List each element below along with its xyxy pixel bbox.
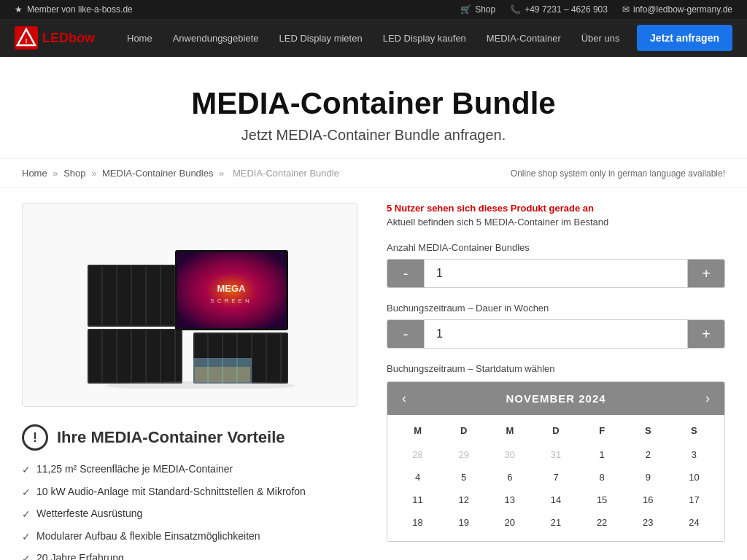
cal-day-3-0[interactable]: 18: [395, 511, 441, 534]
cal-day-2-3[interactable]: 14: [533, 489, 578, 511]
day-name-1: D: [441, 422, 487, 439]
cal-day-2-4[interactable]: 15: [579, 489, 625, 511]
main-content: MEGA SCREEN: [0, 188, 747, 560]
stock-notice: Aktuell befinden sich 5 MEDIA-Container …: [387, 217, 725, 228]
cal-day-3-1[interactable]: 19: [441, 511, 487, 534]
breadcrumb-home[interactable]: Home: [22, 168, 47, 179]
left-column: MEGA SCREEN: [22, 203, 357, 560]
calendar: ‹ NOVEMBER 2024 › M D M D F S S 28293031…: [387, 381, 725, 542]
check-icon-5: ✓: [22, 552, 31, 560]
weeks-input[interactable]: [424, 320, 688, 348]
advantages-header: ! Ihre MEDIA-Container Vorteile: [22, 424, 357, 451]
cal-day-1-0[interactable]: 4: [395, 466, 441, 489]
weeks-plus-button[interactable]: +: [688, 320, 724, 348]
cal-day-1-3[interactable]: 7: [533, 466, 578, 489]
check-icon-2: ✓: [22, 486, 31, 500]
day-name-6: S: [671, 422, 717, 439]
top-bar: ★ Member von like-a-boss.de 🛒 Shop 📞 +49…: [0, 0, 747, 19]
day-name-5: S: [625, 422, 671, 439]
cal-day-2-5[interactable]: 16: [625, 489, 671, 511]
cal-day-2-6[interactable]: 17: [671, 489, 717, 511]
logo-led: LED: [42, 31, 69, 45]
phone-link[interactable]: 📞 +49 7231 – 4626 903: [510, 4, 608, 15]
date-label: Buchungszeitraum – Startdatum wählen: [387, 363, 725, 374]
svg-text:MEGA: MEGA: [217, 283, 247, 294]
cal-day-3-2[interactable]: 20: [487, 511, 533, 534]
top-bar-left: ★ Member von like-a-boss.de: [15, 4, 133, 15]
weeks-minus-button[interactable]: -: [387, 320, 424, 348]
cal-next-button[interactable]: ›: [703, 391, 713, 406]
nav-home[interactable]: Home: [117, 19, 163, 57]
svg-text:!: !: [26, 37, 28, 44]
svg-rect-3: [89, 266, 181, 325]
cal-day-0-3: 31: [533, 443, 578, 466]
breadcrumb: Home » Shop » MEDIA-Container Bundles » …: [22, 168, 342, 179]
cal-day-3-3[interactable]: 21: [533, 511, 578, 534]
right-column: 5 Nutzer sehen sich dieses Produkt gerad…: [387, 203, 725, 560]
cal-day-1-6[interactable]: 10: [671, 466, 717, 489]
logo-text: LEDbow: [42, 31, 95, 46]
logo-bow: bow: [69, 31, 95, 45]
viewers-notice: 5 Nutzer sehen sich dieses Produkt gerad…: [387, 203, 725, 214]
day-name-4: F: [579, 422, 625, 439]
check-icon-1: ✓: [22, 463, 31, 478]
nav-ueber-uns[interactable]: Über uns: [571, 19, 630, 57]
cal-day-3-6[interactable]: 24: [671, 511, 717, 534]
advantage-item-4: ✓ Modularer Aufbau & flexible Einsatzmög…: [22, 529, 357, 545]
cal-day-1-4[interactable]: 8: [579, 466, 625, 489]
advantage-item-1: ✓ 11,25 m² Screenfläche je MEDIA-Contain…: [22, 462, 357, 478]
main-nav: ! LEDbow Home Anwendungsgebiete LED Disp…: [0, 19, 747, 57]
advantage-item-3: ✓ Wetterfeste Ausrüstung: [22, 507, 357, 522]
cal-day-1-2[interactable]: 6: [487, 466, 533, 489]
cal-day-0-5[interactable]: 2: [625, 443, 671, 466]
hero-title: MEDIA-Container Bundle: [15, 86, 732, 121]
phone-icon: 📞: [510, 4, 521, 15]
calendar-header: ‹ NOVEMBER 2024 ›: [387, 382, 724, 415]
hero-subtitle: Jetzt MEDIA-Container Bundle anfragen.: [15, 127, 732, 144]
qty-input[interactable]: [424, 260, 688, 287]
logo[interactable]: ! LEDbow: [15, 26, 95, 50]
cal-day-0-1: 29: [441, 443, 487, 466]
product-image-box: MEGA SCREEN: [22, 203, 357, 407]
hero-section: MEDIA-Container Bundle Jetzt MEDIA-Conta…: [0, 57, 747, 159]
info-icon: !: [22, 424, 48, 451]
weeks-row: - +: [387, 319, 725, 349]
shop-link[interactable]: 🛒 Shop: [460, 4, 495, 15]
cal-day-3-5[interactable]: 23: [625, 511, 671, 534]
breadcrumb-shop[interactable]: Shop: [63, 168, 85, 179]
star-icon: ★: [15, 4, 23, 15]
cart-icon: 🛒: [460, 4, 471, 15]
breadcrumb-bundles[interactable]: MEDIA-Container Bundles: [102, 168, 213, 179]
cal-day-3-4[interactable]: 22: [579, 511, 625, 534]
nav-display-mieten[interactable]: LED Display mieten: [269, 19, 373, 57]
cal-prev-button[interactable]: ‹: [399, 391, 409, 406]
cal-day-0-4[interactable]: 1: [579, 443, 625, 466]
day-name-0: M: [395, 422, 441, 439]
nav-display-kaufen[interactable]: LED Display kaufen: [373, 19, 476, 57]
cal-day-0-6[interactable]: 3: [671, 443, 717, 466]
top-bar-right: 🛒 Shop 📞 +49 7231 – 4626 903 ✉ info@ledb…: [460, 4, 732, 15]
nav-links: Home Anwendungsgebiete LED Display miete…: [117, 19, 637, 57]
cal-day-1-5[interactable]: 9: [625, 466, 671, 489]
cal-day-1-1[interactable]: 5: [441, 466, 487, 489]
advantages-list: ✓ 11,25 m² Screenfläche je MEDIA-Contain…: [22, 462, 357, 560]
nav-anwendungsgebiete[interactable]: Anwendungsgebiete: [163, 19, 269, 57]
cal-day-2-2[interactable]: 13: [487, 489, 533, 511]
cal-day-2-0[interactable]: 11: [395, 489, 441, 511]
nav-media-container[interactable]: MEDIA-Container: [476, 19, 571, 57]
cal-day-2-1[interactable]: 12: [441, 489, 487, 511]
advantage-item-2: ✓ 10 kW Audio-Anlage mit Standard-Schnit…: [22, 485, 357, 500]
email-link[interactable]: ✉ info@ledbow-germany.de: [622, 4, 732, 15]
cal-day-0-2: 30: [487, 443, 533, 466]
qty-label: Anzahl MEDIA-Container Bundles: [387, 242, 725, 253]
advantages-title-text: Ihre MEDIA-Container Vorteile: [57, 428, 285, 447]
lang-notice: Online shop system only in german langua…: [511, 168, 725, 179]
breadcrumb-current: MEDIA-Container Bundle: [233, 168, 339, 179]
day-name-2: M: [487, 422, 533, 439]
qty-minus-button[interactable]: -: [387, 260, 424, 287]
cta-button[interactable]: Jetzt anfragen: [637, 25, 732, 51]
svg-text:SCREEN: SCREEN: [210, 298, 252, 304]
qty-plus-button[interactable]: +: [688, 260, 724, 287]
breadcrumb-sep-2: »: [91, 168, 99, 179]
calendar-month-year: NOVEMBER 2024: [506, 392, 605, 405]
